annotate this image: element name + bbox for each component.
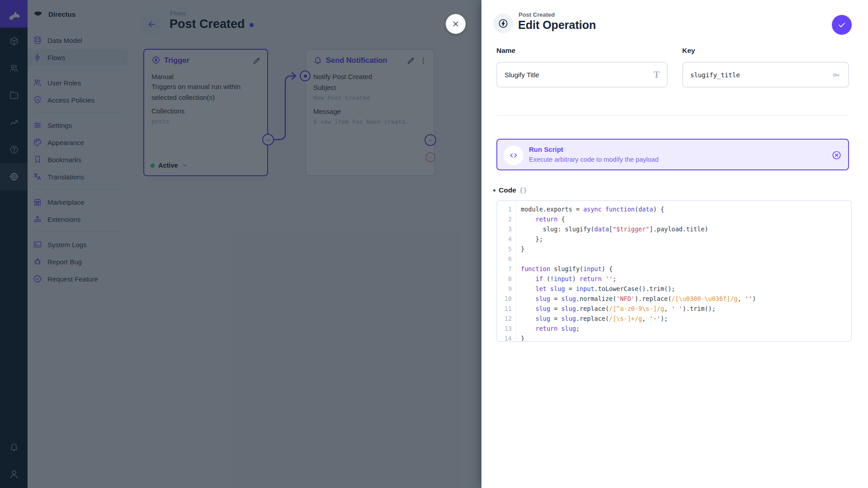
save-button[interactable] [832,15,852,35]
code-line: }; [521,234,851,244]
code-line: if (!input) return ''; [521,274,851,284]
code-line: slug = slug.normalize('NFD').replace(/[\… [521,294,851,304]
code-line: slug: slugify(data["$trigger"].payload.t… [521,224,851,234]
drawer-title: Edit Operation [518,19,596,32]
code-icon [509,150,519,160]
run-script-card[interactable]: Run Script Execute arbitrary code to mod… [496,139,849,170]
script-icon-circle [504,145,524,165]
code-editor[interactable]: 1234567891011121314 module.exports = asy… [496,200,852,342]
key-input[interactable]: slugify_title [682,62,849,88]
code-line: module.exports = async function(data) { [521,204,851,214]
code-line: return slug; [521,324,851,333]
required-dot [493,189,495,192]
code-field-header: Code {} [493,186,527,194]
braces-icon: {} [519,187,527,194]
operation-type-icon [493,14,513,33]
code-line: } [521,333,851,342]
drawer-close-button[interactable] [446,14,466,34]
run-script-title: Run Script [529,145,563,153]
title-format-icon: T [654,70,660,80]
code-field-label: Code [499,186,516,194]
code-line: return { [521,214,851,224]
code-line: slug = slug.replace(/[\s-]+/g, '-'); [521,314,851,324]
key-field-label: Key [682,47,695,55]
deselect-script-button[interactable] [831,150,842,160]
check-icon [837,20,847,30]
drawer-breadcrumb: Post Created [519,11,555,18]
code-line: function slugify(input) { [521,264,851,274]
run-script-subtitle: Execute arbitrary code to modify the pay… [529,156,659,163]
name-field-label: Name [496,47,515,55]
code-content: module.exports = async function(data) { … [516,201,851,341]
drawer-overlay[interactable] [0,0,481,488]
code-line: let slug = input.toLowerCase().trim(); [521,284,851,294]
key-icon [832,70,841,80]
name-input[interactable]: Slugify Title T [496,62,668,88]
code-line: } [521,244,851,254]
directus-app: Directus Data ModelFlowsUser RolesAccess… [0,0,868,488]
circle-x-icon [831,150,842,160]
bolt-circle-icon [498,18,509,29]
code-line [521,254,851,264]
line-number-gutter: 1234567891011121314 [497,201,516,341]
code-line: slug = slug.replace(/[^a-z0-9\s-]/g, ' '… [521,304,851,314]
divider [496,115,849,116]
close-icon [451,19,460,28]
